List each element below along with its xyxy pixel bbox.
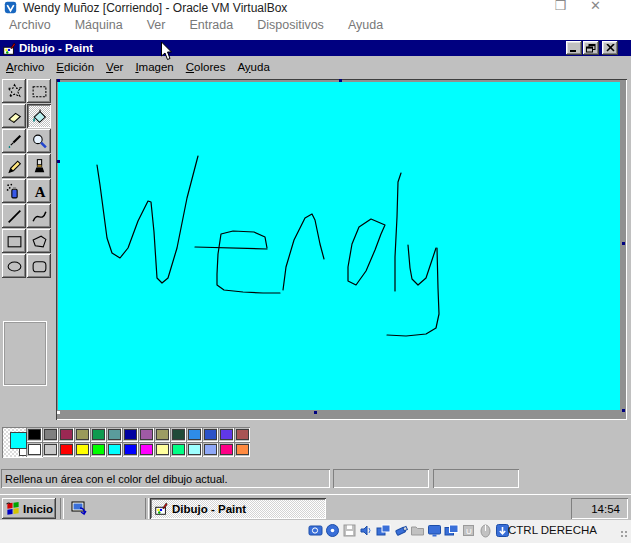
taskbar-clock[interactable]: 14:54 (591, 503, 620, 515)
tool-rectangle[interactable] (2, 229, 26, 253)
vm-status-optical-icon[interactable] (325, 523, 340, 538)
restore-icon (586, 44, 596, 53)
palette-color-1-12[interactable] (218, 442, 234, 457)
tool-free-select[interactable] (2, 79, 26, 103)
palette-color-0-3[interactable] (74, 427, 90, 442)
tool-airbrush[interactable] (2, 179, 26, 203)
tool-options-box[interactable] (3, 321, 47, 386)
ellipse-icon (6, 258, 23, 275)
canvas-resize-handle-bottom-center[interactable] (314, 411, 317, 414)
palette-color-1-11[interactable] (202, 442, 218, 457)
palette-color-1-3[interactable] (74, 442, 90, 457)
palette-color-1-8[interactable] (154, 442, 170, 457)
canvas-resize-handle-bottom-left[interactable] (57, 411, 60, 414)
tool-rounded-rectangle[interactable] (27, 254, 51, 278)
canvas-resize-handle-mid-right[interactable] (622, 242, 625, 245)
tool-pencil[interactable] (2, 154, 26, 178)
canvas-scroll-region (56, 79, 627, 420)
paint-task-icon (154, 502, 168, 516)
tool-magnifier[interactable] (27, 129, 51, 153)
vm-status-hdd-icon[interactable] (308, 523, 323, 538)
tool-text[interactable]: A (27, 179, 51, 203)
vm-status-usb-icon[interactable] (393, 523, 408, 538)
palette-color-1-10[interactable] (186, 442, 202, 457)
tool-fill[interactable] (27, 104, 51, 128)
palette-color-1-6[interactable] (122, 442, 138, 457)
paint-restore-button[interactable] (583, 41, 599, 55)
host-menu-dispositivos[interactable]: Dispositivos (245, 18, 336, 32)
paint-menu-archivo[interactable]: Archivo (0, 59, 50, 75)
palette-color-0-0[interactable] (26, 427, 42, 442)
palette-color-1-0[interactable] (26, 442, 42, 457)
palette-color-0-9[interactable] (170, 427, 186, 442)
canvas-resize-handle-bottom-right[interactable] (622, 409, 625, 412)
paint-close-button[interactable] (602, 41, 618, 55)
vm-status-network-icon[interactable] (376, 523, 391, 538)
guest-screen: Dibujo - Paint ArchivoEdiciónVerImagenCo… (0, 40, 631, 520)
paint-menu-imagen[interactable]: Imagen (129, 59, 179, 75)
palette-color-1-1[interactable] (42, 442, 58, 457)
taskbar-task-paint[interactable]: Dibujo - Paint (150, 498, 326, 519)
rectangle-icon (6, 233, 23, 250)
palette-color-0-4[interactable] (90, 427, 106, 442)
paint-menu-ayuda[interactable]: Ayuda (231, 59, 275, 75)
paint-menu-ver[interactable]: Ver (100, 59, 129, 75)
paint-menu-colores[interactable]: Colores (180, 59, 232, 75)
palette-color-0-7[interactable] (138, 427, 154, 442)
palette-color-0-8[interactable] (154, 427, 170, 442)
tool-ellipse[interactable] (2, 254, 26, 278)
vm-status-audio-icon[interactable] (359, 523, 374, 538)
paint-window-title: Dibujo - Paint (19, 42, 93, 54)
host-menu-maquina[interactable]: Máquina (63, 18, 135, 32)
canvas-resize-handle-top-center[interactable] (339, 79, 342, 82)
foreground-color-swatch (10, 432, 27, 449)
pencil-icon (6, 158, 23, 175)
palette-color-1-4[interactable] (90, 442, 106, 457)
paint-titlebar[interactable]: Dibujo - Paint (0, 40, 631, 56)
start-button[interactable]: Inicio (2, 498, 56, 519)
tool-line[interactable] (2, 204, 26, 228)
palette-color-0-2[interactable] (58, 427, 74, 442)
vm-status-cpu-icon[interactable]: U (461, 523, 476, 538)
tool-curve[interactable] (27, 204, 51, 228)
tool-brush[interactable] (27, 154, 51, 178)
tool-color-picker[interactable] (2, 129, 26, 153)
palette-color-0-1[interactable] (42, 427, 58, 442)
tool-polygon[interactable] (27, 229, 51, 253)
palette-color-1-7[interactable] (138, 442, 154, 457)
paint-app-icon (2, 42, 16, 56)
palette-color-1-2[interactable] (58, 442, 74, 457)
host-window-buttons[interactable]: ❒✕ (554, 0, 625, 13)
palette-color-0-13[interactable] (234, 427, 250, 442)
palette-color-0-11[interactable] (202, 427, 218, 442)
host-menu-ver[interactable]: Ver (135, 18, 178, 32)
palette-color-0-6[interactable] (122, 427, 138, 442)
start-button-label: Inicio (23, 503, 53, 515)
palette-color-1-5[interactable] (106, 442, 122, 457)
resize-grip[interactable] (620, 530, 629, 539)
palette-color-0-5[interactable] (106, 427, 122, 442)
host-menu-archivo[interactable]: Archivo (0, 18, 63, 32)
vm-status-floppy-icon[interactable] (342, 523, 357, 538)
svg-text:A: A (34, 183, 45, 199)
host-menu-entrada[interactable]: Entrada (177, 18, 245, 32)
host-menu-ayuda[interactable]: Ayuda (336, 18, 395, 32)
palette-color-1-13[interactable] (234, 442, 250, 457)
vm-status-display-icon[interactable] (427, 523, 442, 538)
text-icon: A (31, 183, 48, 200)
vm-status-shared-folders-icon[interactable] (410, 523, 425, 538)
palette-color-1-9[interactable] (170, 442, 186, 457)
tool-select[interactable] (27, 79, 51, 103)
canvas-resize-handle-top-left[interactable] (57, 79, 60, 82)
polygon-icon (31, 233, 48, 250)
paint-menu-edicion[interactable]: Edición (50, 59, 100, 75)
canvas-resize-handle-mid-left[interactable] (57, 160, 60, 163)
paint-minimize-button[interactable] (566, 41, 582, 55)
tool-eraser[interactable] (2, 104, 26, 128)
palette-color-0-10[interactable] (186, 427, 202, 442)
drawing-canvas[interactable] (58, 82, 620, 410)
vm-status-recording-icon[interactable] (444, 523, 459, 538)
vm-status-mouse-icon[interactable] (478, 523, 493, 538)
palette-color-0-12[interactable] (218, 427, 234, 442)
desktop-shortcut-icon[interactable] (70, 500, 88, 517)
